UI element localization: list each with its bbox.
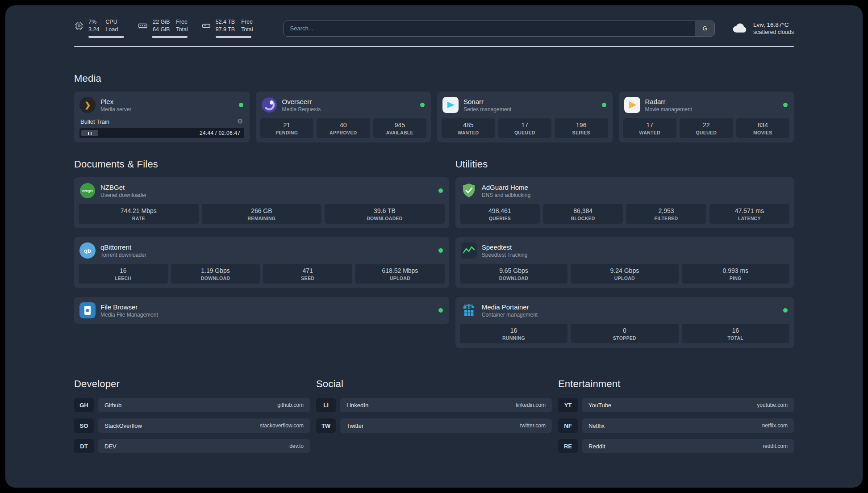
weather-widget: Lviv, 16.87°C scattered clouds bbox=[732, 21, 794, 35]
memory-total-label: Total bbox=[176, 26, 188, 33]
bookmark-linkedin[interactable]: LI LinkedInlinkedin.com bbox=[316, 398, 552, 412]
section-title-developer: Developer bbox=[74, 378, 310, 390]
status-dot bbox=[438, 308, 443, 313]
status-dot bbox=[420, 103, 425, 107]
service-subtitle: Movie management bbox=[645, 106, 692, 113]
bookmark-abbr: GH bbox=[74, 398, 94, 412]
cpu-usage-value: 7% bbox=[88, 19, 99, 26]
bookmark-abbr: LI bbox=[316, 398, 336, 412]
playback-time: 24:44 / 02:06:47 bbox=[200, 130, 241, 136]
bookmark-name: DEV bbox=[104, 443, 117, 450]
bookmark-abbr: TW bbox=[316, 418, 336, 433]
service-card-portainer[interactable]: Media Portainer Container management 16R… bbox=[455, 297, 794, 348]
bookmark-netflix[interactable]: NF Netflixnetflix.com bbox=[558, 418, 794, 433]
bookmark-name: Netflix bbox=[588, 422, 605, 429]
bookmark-url: dev.to bbox=[289, 443, 304, 449]
service-name: NZBGet bbox=[100, 184, 146, 191]
bookmark-stackoverflow[interactable]: SO StackOverflowstackoverflow.com bbox=[74, 418, 310, 433]
stat-tile: 22QUEUED bbox=[680, 118, 733, 138]
bookmark-name: Twitter bbox=[346, 422, 363, 429]
bookmark-url: youtube.com bbox=[757, 402, 788, 408]
stat-tile: 16RUNNING bbox=[460, 324, 568, 343]
search-input[interactable] bbox=[284, 21, 715, 37]
weather-location: Lviv, 16.87°C bbox=[753, 21, 794, 28]
service-card-filebrowser[interactable]: File Browser Media File Management bbox=[74, 297, 449, 324]
stat-tile: 0.993 msPING bbox=[682, 264, 789, 284]
status-dot bbox=[783, 308, 788, 313]
service-card-overseerr[interactable]: Overseerr Media Requests 21PENDING 40APP… bbox=[256, 92, 431, 142]
social-bookmarks: Social LI LinkedInlinkedin.com TW Twitte… bbox=[316, 378, 552, 460]
bookmark-reddit[interactable]: RE Redditreddit.com bbox=[558, 439, 794, 453]
now-playing-title: Bullet Train bbox=[80, 118, 109, 125]
service-card-qbittorrent[interactable]: qb qBittorrent Torrent downloader 16LEEC… bbox=[74, 237, 449, 288]
stat-tile: 21PENDING bbox=[260, 118, 314, 138]
stat-tile: 16LEECH bbox=[79, 264, 168, 284]
gear-icon[interactable]: ⚙ bbox=[237, 117, 243, 125]
utilities-column: Utilities AdGuard Home DNS and adblockin… bbox=[455, 159, 794, 357]
status-dot bbox=[783, 103, 788, 107]
disk-free-value: 52.4 TB bbox=[216, 19, 235, 26]
disk-meter bbox=[216, 36, 251, 38]
disk-free-label: Free bbox=[241, 19, 253, 26]
overseerr-icon bbox=[261, 97, 277, 113]
stat-tile: 17QUEUED bbox=[498, 118, 552, 138]
bookmark-abbr: RE bbox=[558, 439, 578, 453]
bookmark-url: twitter.com bbox=[520, 422, 546, 429]
cpu-usage-label: CPU bbox=[105, 19, 118, 26]
bookmark-name: StackOverflow bbox=[104, 422, 142, 429]
disk-total-label: Total bbox=[241, 26, 253, 33]
adguard-icon bbox=[461, 183, 477, 199]
service-card-radarr[interactable]: Radarr Movie management 17WANTED 22QUEUE… bbox=[619, 92, 794, 142]
entertainment-bookmarks: Entertainment YT YouTubeyoutube.com NF N… bbox=[558, 378, 794, 460]
stat-tile: 834MOVIES bbox=[736, 118, 790, 138]
service-subtitle: Series management bbox=[463, 106, 511, 113]
bookmark-url: netflix.com bbox=[762, 422, 788, 429]
status-dot bbox=[438, 248, 443, 253]
bookmark-name: LinkedIn bbox=[346, 402, 368, 409]
section-title-utilities: Utilities bbox=[455, 159, 794, 170]
now-playing: Bullet Train ⚙ 24:44 / 02:06:47 bbox=[79, 117, 245, 138]
stat-tile: 498,461QUERIES bbox=[460, 204, 540, 224]
bookmark-youtube[interactable]: YT YouTubeyoutube.com bbox=[558, 398, 794, 412]
stat-tile: 471SEED bbox=[263, 264, 352, 284]
playback-bar[interactable]: 24:44 / 02:06:47 bbox=[79, 128, 244, 138]
bookmark-github[interactable]: GH Githubgithub.com bbox=[74, 398, 310, 412]
service-name: Radarr bbox=[645, 98, 692, 105]
bookmark-abbr: NF bbox=[558, 418, 578, 433]
radarr-icon bbox=[624, 97, 640, 113]
stat-tile: 266 GBREMAINING bbox=[202, 204, 322, 224]
status-dot bbox=[438, 188, 443, 193]
service-card-speedtest[interactable]: Speedtest Speedtest Tracking 9.65 GbpsDO… bbox=[455, 237, 794, 288]
bookmark-dev[interactable]: DT DEVdev.to bbox=[74, 439, 310, 453]
status-dot bbox=[239, 103, 243, 107]
ram-icon bbox=[138, 21, 148, 31]
stat-tile: 1.19 GbpsDOWNLOAD bbox=[171, 264, 260, 284]
topbar-divider bbox=[74, 46, 794, 47]
stat-tile: 86,384BLOCKED bbox=[543, 204, 623, 224]
service-card-nzbget[interactable]: nzbget NZBGet Usenet downloader 744.21 M… bbox=[74, 177, 449, 228]
pause-icon[interactable] bbox=[81, 130, 98, 136]
service-subtitle: Media server bbox=[100, 106, 131, 113]
bookmark-name: YouTube bbox=[588, 402, 611, 409]
service-card-sonarr[interactable]: Sonarr Series management 485WANTED 17QUE… bbox=[437, 92, 613, 142]
service-card-adguard[interactable]: AdGuard Home DNS and adblocking 498,461Q… bbox=[455, 177, 794, 228]
service-name: Plex bbox=[100, 98, 131, 105]
service-card-plex[interactable]: ❯ Plex Media server Bullet Train ⚙ 24:44… bbox=[74, 92, 250, 142]
service-subtitle: Media Requests bbox=[282, 106, 321, 113]
disk-icon bbox=[201, 21, 211, 31]
stat-tile: 618.52 MbpsUPLOAD bbox=[355, 264, 445, 284]
filebrowser-icon bbox=[79, 302, 96, 318]
service-subtitle: Usenet downloader bbox=[100, 192, 146, 198]
bookmark-abbr: DT bbox=[74, 439, 94, 453]
nzbget-icon: nzbget bbox=[79, 183, 96, 199]
stat-tile: 485WANTED bbox=[442, 118, 495, 138]
search-provider-button[interactable]: G bbox=[695, 21, 714, 36]
bookmark-twitter[interactable]: TW Twittertwitter.com bbox=[316, 418, 552, 433]
stat-tile: 17WANTED bbox=[623, 118, 677, 138]
bookmark-abbr: SO bbox=[74, 418, 94, 433]
service-name: File Browser bbox=[100, 303, 158, 311]
bookmark-name: Github bbox=[104, 402, 121, 409]
stat-tile: 9.24 GbpsUPLOAD bbox=[571, 264, 678, 284]
search-bar: G bbox=[284, 21, 715, 37]
service-name: Overseerr bbox=[282, 98, 321, 105]
